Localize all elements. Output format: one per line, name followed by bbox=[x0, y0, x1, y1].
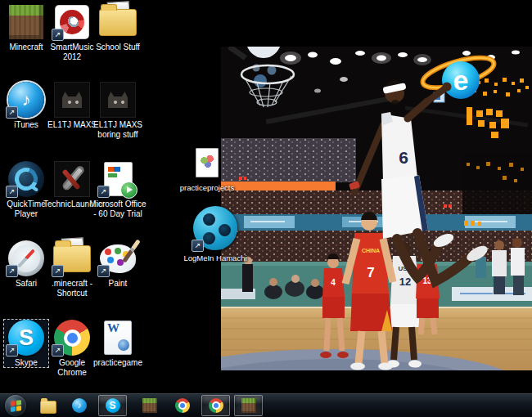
taskbar-item-minecraft-window[interactable] bbox=[234, 395, 263, 416]
taskbar-item-chrome-window[interactable] bbox=[201, 395, 230, 416]
icon-label: Microsoft Office - 60 Day Trial bbox=[89, 200, 147, 219]
desktop-icon-smartmusic[interactable]: SmartMusic 2012 bbox=[49, 3, 95, 62]
project-document-icon bbox=[196, 148, 219, 177]
chrome-icon bbox=[209, 398, 223, 413]
desktop-icon-practiceprojects[interactable]: practiceprojects bbox=[182, 144, 232, 192]
desktop-icon-google-chrome[interactable]: Google Chrome bbox=[49, 319, 95, 378]
start-button[interactable] bbox=[5, 395, 26, 416]
chrome-icon bbox=[175, 398, 190, 413]
minecraft-grass-block-icon bbox=[142, 398, 157, 413]
desktop-icon-safari[interactable]: Safari bbox=[3, 240, 49, 289]
cat-thumbnail-icon bbox=[100, 82, 136, 118]
desktop-icon-techniclauncher[interactable]: TechnicLauncher bbox=[49, 160, 95, 209]
taskbar-item-minecraft[interactable] bbox=[138, 396, 161, 415]
shortcut-arrow-icon bbox=[97, 265, 110, 277]
desktop-icon-school-stuff[interactable]: School Stuff bbox=[95, 3, 141, 52]
wallpaper-photo: e 4 USA 12 bbox=[221, 47, 532, 370]
itunes-icon bbox=[72, 398, 87, 413]
desktop-icon-minecraft[interactable]: Minecraft bbox=[3, 3, 49, 52]
icon-label: practiceprojects bbox=[176, 183, 238, 192]
desktop-icon-logmein-hamachi[interactable]: LogMeIn Hamachi bbox=[188, 204, 242, 262]
desktop-icon-itunes[interactable]: iTunes bbox=[3, 81, 49, 130]
svg-text:4: 4 bbox=[331, 278, 336, 287]
shortcut-arrow-icon bbox=[6, 186, 18, 198]
shortcut-arrow-icon bbox=[52, 29, 64, 41]
desktop-icon-paint[interactable]: Paint bbox=[95, 240, 141, 289]
explorer-folder-icon bbox=[40, 401, 56, 414]
desktop-icon-skype[interactable]: Skype bbox=[3, 319, 49, 368]
desktop-icon-elitj-maxs-boring[interactable]: EL1TJ MAXS boring stuff bbox=[95, 81, 141, 140]
desktop-icon-practicegame[interactable]: practicegame bbox=[95, 319, 141, 368]
shortcut-arrow-icon bbox=[97, 186, 110, 198]
desktop-icon-elitj-maxs[interactable]: EL1TJ MAXS bbox=[49, 81, 95, 130]
taskbar-item-skype[interactable] bbox=[98, 395, 127, 416]
icon-label: LogMeIn Hamachi bbox=[183, 253, 248, 262]
shortcut-arrow-icon bbox=[6, 106, 18, 119]
shortcut-arrow-icon bbox=[52, 265, 64, 277]
icon-label: School Stuff bbox=[89, 43, 147, 52]
desktop-icon-quicktime[interactable]: QuickTime Player bbox=[3, 160, 49, 219]
cat-thumbnail-icon bbox=[54, 82, 90, 118]
taskbar-item-chrome[interactable] bbox=[171, 396, 194, 415]
minecraft-grass-block-icon bbox=[241, 398, 256, 413]
icon-label: EL1TJ MAXS boring stuff bbox=[89, 120, 147, 140]
shortcut-arrow-icon bbox=[192, 240, 204, 252]
desktop-icon-minecraft-shortcut[interactable]: .minecraft - Shortcut bbox=[49, 240, 95, 298]
desktop-icon-office-trial[interactable]: Microsoft Office - 60 Day Trial bbox=[95, 160, 141, 219]
green-play-badge-icon bbox=[120, 182, 138, 199]
skype-icon bbox=[106, 398, 120, 413]
svg-text:7: 7 bbox=[367, 265, 374, 280]
icon-label: practicegame bbox=[89, 358, 147, 368]
taskbar bbox=[0, 393, 532, 417]
word-document-icon bbox=[104, 321, 132, 355]
basketball-dunk-image: e 4 USA 12 bbox=[221, 47, 532, 370]
shortcut-arrow-icon bbox=[52, 344, 64, 356]
ie-letter-e: e bbox=[453, 65, 469, 96]
desktop: e 4 USA 12 bbox=[0, 0, 532, 417]
icon-label: Paint bbox=[89, 279, 147, 289]
svg-text:12: 12 bbox=[399, 276, 411, 288]
svg-text:6: 6 bbox=[399, 148, 408, 167]
windows-flag-icon bbox=[11, 400, 21, 412]
shortcut-arrow-icon bbox=[6, 344, 18, 356]
taskbar-item-explorer[interactable] bbox=[37, 396, 60, 415]
taskbar-item-itunes[interactable] bbox=[68, 396, 91, 415]
wrenches-icon bbox=[54, 161, 90, 197]
shortcut-arrow-icon bbox=[6, 265, 18, 277]
minecraft-grass-block-icon bbox=[9, 5, 43, 39]
folder-icon bbox=[99, 9, 137, 36]
svg-text:CHINA: CHINA bbox=[362, 248, 380, 253]
